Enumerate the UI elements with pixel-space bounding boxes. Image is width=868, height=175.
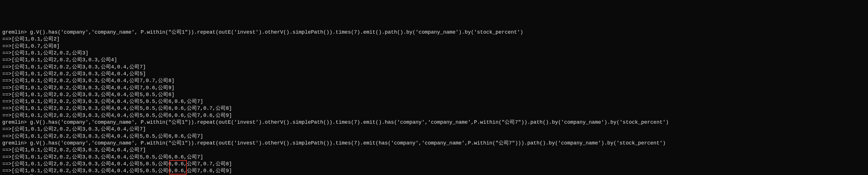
output-line: ==>[公司1,0.1,公司2,0.2,公司3,0.3,公司4] [2,56,866,63]
output-line: ==>[公司1,0.1,公司2,0.2,公司3,0.3,公司4,0.4,公司5,… [2,98,866,105]
terminal-output[interactable]: gremlin> g.V().has('company','company_na… [2,29,866,175]
output-line: ==>[公司1,0.1,公司2,0.2,公司3,0.3,公司4,0.4,公司5,… [2,154,866,161]
output-line: ==>[公司1,0.1,公司2,0.2,公司3,0.3,公司4,0.4,公司7] [2,63,866,70]
output-line: ==>[公司1,0.1,公司2,0.2,公司3,0.3,公司4,0.4,公司5,… [2,133,866,140]
output-line: ==>[公司1,0.1,公司2,0.2,公司3,0.3,公司4,0.4,公司7,… [2,77,866,84]
output-line: ==>[公司1,0.1,公司2,0.2,公司3,0.3,公司4,0.4,公司5,… [2,167,866,174]
output-line: ==>[公司1,0.1,公司2,0.2,公司3,0.3,公司4,0.4,公司7] [2,146,866,153]
output-line: ==>[公司1,0.1,公司2,0.2,公司3,0.3,公司4,0.4,公司5,… [2,105,866,112]
output-line: ==>[公司1,0.1,公司2,0.2,公司3,0.3,公司4,0.4,公司5,… [2,112,866,119]
output-line: ==>[公司1,0.7,公司8] [2,43,866,50]
output-line: ==>[公司1,0.1,公司2,0.2,公司3,0.3,公司4,0.4,公司7] [2,126,866,133]
command-line: gremlin> g.V().has('company','company_na… [2,119,866,126]
output-line: ==>[公司1,0.1,公司2,0.2,公司3,0.3,公司4,0.4,公司5] [2,70,866,77]
output-line: ==>[公司1,0.1,公司2,0.2,公司3,0.3,公司4,0.4,公司5,… [2,161,866,167]
output-line: ==>[公司1,0.1,公司2,0.2,公司3] [2,50,866,56]
output-line: ==>[公司1,0.1,公司2,0.2,公司3,0.3,公司4,0.4,公司5,… [2,91,866,98]
output-line: ==>[公司1,0.1,公司2] [2,36,866,42]
command-line: gremlin> g.V().has('company','company_na… [2,140,866,146]
output-line: ==>[公司1,0.1,公司2,0.2,公司3,0.3,公司4,0.4,公司7,… [2,84,866,91]
command-line: gremlin> g.V().has('company','company_na… [2,29,866,36]
